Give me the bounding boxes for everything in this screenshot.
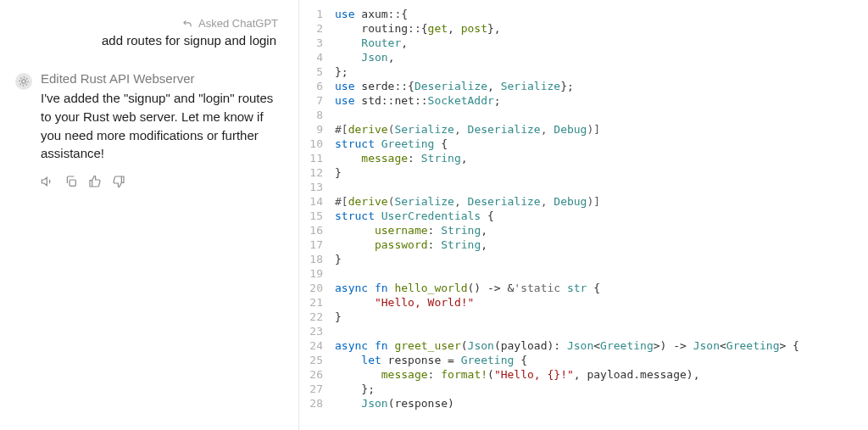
line-number: 19 [299,266,335,281]
code-line: 16 username: String, [299,223,868,237]
code-content: use serde::{Deserialize, Serialize}; [335,79,868,93]
code-line: 11 message: String, [299,151,868,165]
code-line: 7use std::net::SocketAddr; [299,93,868,108]
code-line: 10struct Greeting { [299,137,868,151]
line-number: 15 [299,209,335,223]
svg-rect-1 [70,180,75,186]
code-line: 23 [299,324,868,338]
code-line: 25 let response = Greeting { [299,353,868,367]
code-line: 17 password: String, [299,237,868,252]
line-number: 9 [299,122,335,137]
code-line: 4 Json, [299,50,868,64]
line-number: 27 [299,382,335,396]
code-content: } [335,252,868,266]
code-line: 15struct UserCredentials { [299,209,868,223]
code-content: struct UserCredentials { [335,209,868,223]
code-line: 9#[derive(Serialize, Deserialize, Debug)… [299,122,868,137]
code-line: 13 [299,180,868,194]
response-actions [41,175,278,188]
code-line: 5}; [299,64,868,79]
code-line: 14#[derive(Serialize, Deserialize, Debug… [299,194,868,209]
line-number: 7 [299,93,335,108]
code-content [335,108,868,122]
reply-arrow-icon [181,18,193,30]
code-content: async fn hello_world() -> &'static str { [335,281,868,295]
code-content: username: String, [335,223,868,237]
line-number: 14 [299,194,335,209]
code-content: async fn greet_user(Json(payload): Json<… [335,338,868,353]
line-number: 21 [299,295,335,310]
code-content: }; [335,382,868,396]
code-content: "Hello, World!" [335,295,868,310]
code-line: 12} [299,165,868,180]
line-number: 13 [299,180,335,194]
code-editor[interactable]: 1use axum::{2 routing::{get, post},3 Rou… [298,0,868,430]
line-number: 24 [299,338,335,353]
code-line: 18} [299,252,868,266]
line-number: 5 [299,64,335,79]
line-number: 2 [299,21,335,36]
line-number: 1 [299,7,335,21]
code-content: Json, [335,50,868,64]
code-line: 22} [299,310,868,324]
line-number: 25 [299,353,335,367]
code-content: routing::{get, post}, [335,21,868,36]
line-number: 10 [299,137,335,151]
chat-sidebar: Asked ChatGPT add routes for signup and … [0,0,298,430]
line-number: 3 [299,36,335,50]
code-line: 28 Json(response) [299,396,868,410]
line-number: 6 [299,79,335,93]
code-content: use axum::{ [335,7,868,21]
code-line: 24async fn greet_user(Json(payload): Jso… [299,338,868,353]
code-content: #[derive(Serialize, Deserialize, Debug)] [335,194,868,209]
response-body: I've added the "signup" and "login" rout… [41,89,278,163]
line-number: 16 [299,223,335,237]
line-number: 11 [299,151,335,165]
line-number: 26 [299,367,335,382]
assistant-response: Edited Rust API Webserver I've added the… [15,71,278,163]
line-number: 22 [299,310,335,324]
code-content: use std::net::SocketAddr; [335,93,868,108]
code-content: Router, [335,36,868,50]
code-content: password: String, [335,237,868,252]
code-line: 27 }; [299,382,868,396]
code-content: } [335,165,868,180]
code-content: let response = Greeting { [335,353,868,367]
thumbs-up-icon[interactable] [88,175,102,188]
asked-label-row: Asked ChatGPT [15,17,278,30]
copy-icon[interactable] [64,175,78,188]
code-content [335,266,868,281]
thumbs-down-icon[interactable] [112,175,125,188]
code-line: 1use axum::{ [299,7,868,21]
code-content: }; [335,64,868,79]
line-number: 8 [299,108,335,122]
code-line: 6use serde::{Deserialize, Serialize}; [299,79,868,93]
code-content: message: format!("Hello, {}!", payload.m… [335,367,868,382]
line-number: 23 [299,324,335,338]
line-number: 18 [299,252,335,266]
line-number: 17 [299,237,335,252]
response-title: Edited Rust API Webserver [41,71,278,86]
code-content: struct Greeting { [335,137,868,151]
code-line: 3 Router, [299,36,868,50]
code-line: 2 routing::{get, post}, [299,21,868,36]
line-number: 12 [299,165,335,180]
code-content: Json(response) [335,396,868,410]
code-content: message: String, [335,151,868,165]
code-content: } [335,310,868,324]
code-content [335,324,868,338]
code-line: 21 "Hello, World!" [299,295,868,310]
assistant-avatar-icon [15,73,32,90]
line-number: 4 [299,50,335,64]
code-content: #[derive(Serialize, Deserialize, Debug)] [335,122,868,137]
speaker-icon[interactable] [41,175,54,188]
code-line: 26 message: format!("Hello, {}!", payloa… [299,367,868,382]
code-line: 20async fn hello_world() -> &'static str… [299,281,868,295]
code-line: 8 [299,108,868,122]
code-content [335,180,868,194]
line-number: 28 [299,396,335,410]
line-number: 20 [299,281,335,295]
code-line: 19 [299,266,868,281]
svg-point-0 [22,80,26,84]
asked-label-text: Asked ChatGPT [198,17,278,30]
